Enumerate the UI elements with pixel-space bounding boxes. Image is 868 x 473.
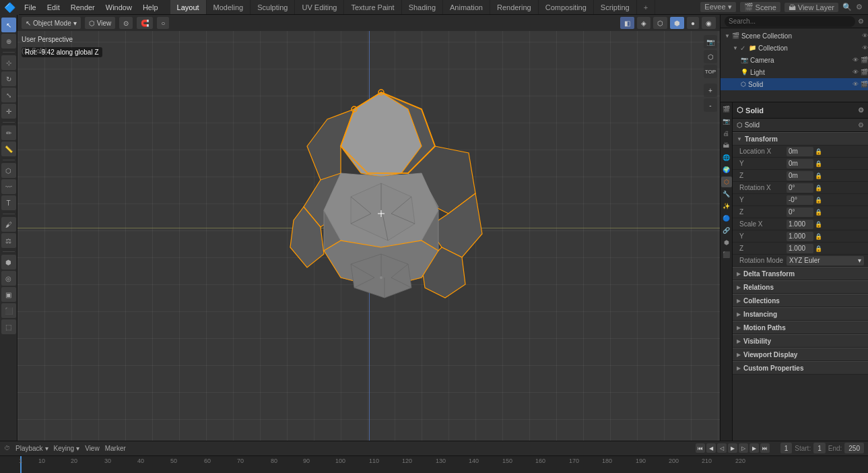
- location-y-input[interactable]: 0m: [787, 159, 813, 168]
- prop-tab-scene2[interactable]: 🌐: [721, 152, 732, 163]
- pivot-dropdown[interactable]: ⊙: [119, 17, 133, 29]
- instancing-header[interactable]: ▶ Instancing: [733, 307, 868, 321]
- prop-tab-scene[interactable]: 🎬: [721, 104, 732, 115]
- tab-sculpting[interactable]: Sculpting: [251, 0, 295, 14]
- camera-render-icon[interactable]: 🎬: [861, 57, 868, 63]
- xray-btn[interactable]: ◈: [637, 17, 650, 29]
- paint-tool[interactable]: 🖌: [1, 217, 16, 232]
- viewport-shading-dropdown[interactable]: ⬡ View: [85, 17, 116, 29]
- scale-z-input[interactable]: 1.000: [787, 244, 813, 253]
- prev-frame-btn[interactable]: ◀: [706, 443, 716, 453]
- camera-item[interactable]: 📷 Camera 👁 🎬: [721, 54, 868, 66]
- transform-tool[interactable]: ✛: [1, 104, 16, 119]
- object-options-icon[interactable]: ⚙: [858, 121, 864, 129]
- scene-collection-vis[interactable]: 👁: [862, 32, 868, 39]
- light-vis-icon[interactable]: 👁: [853, 69, 859, 75]
- rotation-mode-select[interactable]: XYZ Euler ▾: [787, 256, 864, 265]
- scale-z-lock[interactable]: 🔒: [815, 245, 822, 252]
- view-layer-selector[interactable]: 🏔 View Layer: [784, 3, 838, 12]
- visibility-header[interactable]: ▶ Visibility: [733, 334, 868, 348]
- start-frame-display[interactable]: 1: [813, 443, 826, 453]
- rotation-z-input[interactable]: 0°: [787, 208, 813, 217]
- top-view-btn[interactable]: TOP: [704, 65, 717, 78]
- curve-tool[interactable]: 〰: [1, 179, 16, 194]
- camera-vis-icon[interactable]: 👁: [853, 57, 859, 63]
- keying-mode[interactable]: Keying ▾: [54, 445, 80, 452]
- rotation-y-lock[interactable]: 🔒: [815, 197, 822, 203]
- scale-x-input[interactable]: 1.000: [787, 220, 813, 229]
- delta-transform-header[interactable]: ▶ Delta Transform: [733, 267, 868, 280]
- location-z-lock[interactable]: 🔒: [815, 172, 822, 179]
- snap-dropdown[interactable]: 🧲: [137, 17, 153, 29]
- end-frame-display[interactable]: 250: [844, 443, 864, 453]
- custom-properties-header[interactable]: ▶ Custom Properties: [733, 361, 868, 375]
- select-tool[interactable]: ↖: [1, 18, 16, 32]
- custom-tool-2[interactable]: ⬛: [1, 303, 16, 318]
- tab-layout[interactable]: Layout: [170, 0, 207, 14]
- tab-shading[interactable]: Shading: [402, 0, 443, 14]
- tab-rendering[interactable]: Rendering: [490, 0, 539, 14]
- relations-header[interactable]: ▶ Relations: [733, 280, 868, 294]
- zoom-out-btn[interactable]: -: [704, 98, 717, 112]
- location-y-lock[interactable]: 🔒: [815, 160, 822, 167]
- prop-tab-modifier[interactable]: 🔧: [721, 189, 732, 199]
- jump-end-btn[interactable]: ⏭: [760, 443, 770, 453]
- tab-uv-editing[interactable]: UV Editing: [295, 0, 344, 14]
- prev-keyframe-btn[interactable]: ◁: [717, 443, 727, 453]
- rigidbody-tool[interactable]: ⬢: [1, 255, 16, 270]
- timeline-track[interactable]: 1 10 20 30 40 50 60 70 80 90 100 110 120…: [0, 456, 868, 473]
- prop-tab-physics[interactable]: 🔵: [721, 213, 732, 224]
- proportional-dropdown[interactable]: ○: [157, 17, 169, 29]
- outliner-search-input[interactable]: [725, 16, 855, 27]
- tab-modeling[interactable]: Modeling: [207, 0, 251, 14]
- wireframe-btn[interactable]: ⬡: [653, 17, 667, 29]
- custom-tool-1[interactable]: ▣: [1, 287, 16, 302]
- solid-btn[interactable]: ⬢: [670, 17, 684, 29]
- menu-edit[interactable]: Edit: [42, 0, 65, 14]
- text-tool[interactable]: T: [1, 195, 16, 210]
- current-frame-display[interactable]: 1: [780, 443, 793, 453]
- view-mode[interactable]: View: [85, 445, 100, 452]
- motion-paths-header[interactable]: ▶ Motion Paths: [733, 321, 868, 334]
- cursor-tool[interactable]: ⊕: [1, 34, 16, 49]
- next-keyframe-btn[interactable]: ▷: [739, 443, 748, 453]
- weight-tool[interactable]: ⚖: [1, 233, 16, 248]
- scale-y-lock[interactable]: 🔒: [815, 233, 822, 240]
- properties-options-icon[interactable]: ⚙: [858, 106, 864, 114]
- prop-tab-constraints[interactable]: 🔗: [721, 225, 732, 236]
- outliner-filter-icon[interactable]: ⚙: [858, 18, 864, 25]
- menu-help[interactable]: Help: [137, 0, 164, 14]
- transform-section-header[interactable]: ▼ Transform: [733, 132, 868, 146]
- light-item[interactable]: 💡 Light 👁 🎬: [721, 66, 868, 78]
- move-tool[interactable]: ⊹: [1, 55, 16, 70]
- prop-tab-render[interactable]: 📷: [721, 116, 732, 127]
- tab-texture-paint[interactable]: Texture Paint: [344, 0, 401, 14]
- collections-header[interactable]: ▶ Collections: [733, 294, 868, 307]
- perspective-btn[interactable]: ⬡: [704, 50, 717, 63]
- scale-x-lock[interactable]: 🔒: [815, 221, 822, 228]
- collection-vis[interactable]: 👁: [862, 44, 868, 51]
- add-tool[interactable]: ⬡: [1, 163, 16, 178]
- tab-scripting[interactable]: Scripting: [594, 0, 637, 14]
- zoom-in-btn[interactable]: +: [704, 84, 717, 97]
- jump-start-btn[interactable]: ⏮: [696, 443, 705, 453]
- prop-tab-world[interactable]: 🌍: [721, 164, 732, 175]
- menu-file[interactable]: File: [19, 0, 42, 14]
- viewport-display-header[interactable]: ▶ Viewport Display: [733, 348, 868, 361]
- scene-selector[interactable]: 🎬 Scene: [740, 2, 780, 12]
- light-render-icon[interactable]: 🎬: [861, 69, 868, 75]
- solid-render-icon[interactable]: 🎬: [861, 81, 868, 88]
- location-x-input[interactable]: 0m: [787, 147, 813, 156]
- viewport-3d[interactable]: ↖ Object Mode ▾ ⬡ View ⊙ 🧲 ○ ◧: [18, 15, 720, 441]
- camera-view-btn[interactable]: 📷: [704, 35, 717, 49]
- prop-tab-output[interactable]: 🖨: [721, 128, 732, 139]
- scene-collection-item[interactable]: ▼ 🎬 Scene Collection 👁: [721, 30, 868, 42]
- overlay-btn[interactable]: ◧: [620, 17, 634, 29]
- prop-tab-view-layer[interactable]: 🏔: [721, 140, 732, 151]
- custom-tool-3[interactable]: ⬚: [1, 319, 16, 334]
- rotate-tool[interactable]: ↻: [1, 71, 16, 86]
- engine-selector[interactable]: Eevee ▾: [700, 2, 735, 12]
- collection-item[interactable]: ▼ ✓ 📁 Collection 👁: [721, 42, 868, 54]
- solid-vis-icon[interactable]: 👁: [853, 81, 859, 88]
- rotation-y-input[interactable]: -0°: [787, 195, 813, 205]
